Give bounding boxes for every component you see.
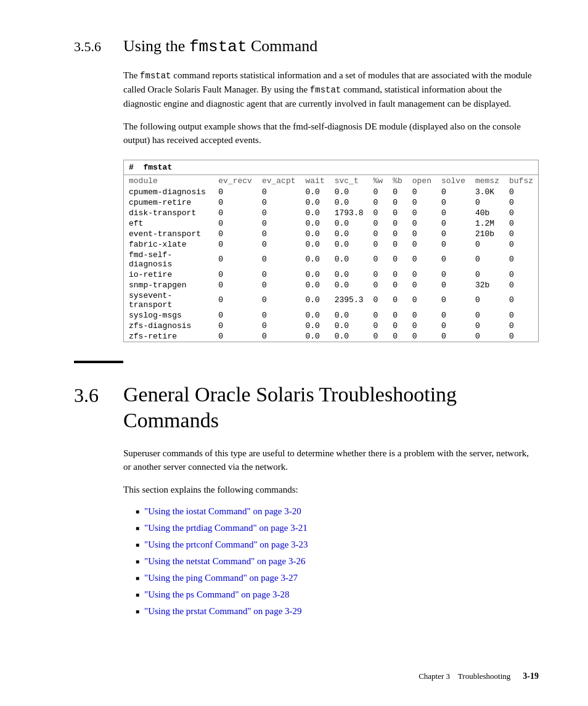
list-item: ■"Using the netstat Command" on page 3-2… <box>136 555 539 568</box>
table-cell: 0 <box>257 331 301 342</box>
bullet-link[interactable]: "Using the prtconf Command" on page 3-23 <box>144 538 308 551</box>
bullet-icon: ■ <box>136 507 139 516</box>
table-cell: 0 <box>470 321 504 331</box>
bullet-link[interactable]: "Using the netstat Command" on page 3-26 <box>144 555 305 568</box>
table-row: zfs-diagnosis000.00.0000000 <box>124 321 538 331</box>
table-row: snmp-trapgen000.00.0000032b0 <box>124 280 538 290</box>
table-row: io-retire000.00.0000000 <box>124 269 538 280</box>
table-row: sysevent-transport000.02395.3000000 <box>124 290 538 310</box>
table-cell: 0.0 <box>300 331 329 342</box>
table-cell: 0.0 <box>300 280 329 290</box>
table-cell: 0 <box>388 239 407 250</box>
section-36-title: General Oracle Solaris Troubleshooting C… <box>123 382 539 434</box>
table-cell: 0 <box>504 208 538 218</box>
section-356-title-code: fmstat <box>189 38 247 56</box>
col-open: open <box>407 174 436 187</box>
table-cell: 0.0 <box>330 239 369 250</box>
col-wait: wait <box>300 174 329 187</box>
list-item: ■"Using the ps Command" on page 3-28 <box>136 588 539 601</box>
table-cell: 0 <box>504 229 538 239</box>
col-solve: solve <box>436 174 470 187</box>
table-row: cpumem-retire000.00.0000000 <box>124 197 538 208</box>
table-cell: 0.0 <box>300 321 329 331</box>
table-cell: eft <box>124 218 213 229</box>
section-356: 3.5.6 Using the fmstat Command The fmsta… <box>74 37 539 342</box>
table-row: zfs-retire000.00.0000000 <box>124 331 538 342</box>
table-cell: 0 <box>407 331 436 342</box>
table-cell: 0 <box>407 310 436 321</box>
table-cell: 0 <box>388 310 407 321</box>
col-module: module <box>124 174 213 187</box>
table-cell: 0.0 <box>300 269 329 280</box>
table-cell: 0 <box>504 218 538 229</box>
bullet-icon: ■ <box>136 557 139 566</box>
table-cell: 0 <box>407 290 436 310</box>
table-cell: 0 <box>369 218 388 229</box>
bullet-link[interactable]: "Using the ping Command" on page 3-27 <box>144 572 298 585</box>
bullet-link[interactable]: "Using the prstat Command" on page 3-29 <box>144 605 302 618</box>
table-cell: 2395.3 <box>330 290 369 310</box>
table-cell: 0 <box>369 250 388 269</box>
col-memsz: memsz <box>470 174 504 187</box>
table-cell: 0 <box>407 208 436 218</box>
table-cell: 0 <box>213 197 257 208</box>
table-cell: 0.0 <box>330 218 369 229</box>
table-cell: 0 <box>504 290 538 310</box>
table-cell: 0 <box>257 250 301 269</box>
fmstat-code-1: fmstat <box>140 71 171 81</box>
list-item: ■"Using the iostat Command" on page 3-20 <box>136 505 539 518</box>
table-cell: 0 <box>470 269 504 280</box>
section-356-number: 3.5.6 <box>74 39 111 55</box>
table-cell: 0 <box>388 280 407 290</box>
table-cell: 0.0 <box>330 197 369 208</box>
table-cell: io-retire <box>124 269 213 280</box>
table-cell: 0 <box>369 321 388 331</box>
table-cell: 0 <box>257 321 301 331</box>
table-row: fmd-self-diagnosis000.00.0000000 <box>124 250 538 269</box>
table-cell: 0 <box>504 310 538 321</box>
table-cell: 0 <box>436 321 470 331</box>
section-36-para2: This section explains the following comm… <box>123 483 539 497</box>
table-cell: zfs-diagnosis <box>124 321 213 331</box>
table-cell: 0 <box>257 208 301 218</box>
table-cell: 0 <box>470 290 504 310</box>
bullet-link[interactable]: "Using the iostat Command" on page 3-20 <box>144 505 301 518</box>
section-356-para1: The fmstat command reports statistical i… <box>123 68 539 111</box>
list-item: ■"Using the ping Command" on page 3-27 <box>136 572 539 585</box>
fmstat-command-table: # fmstat module ev_recv ev_acpt wait svc… <box>124 160 538 342</box>
table-cell: 0 <box>257 310 301 321</box>
table-cell: sysevent-transport <box>124 290 213 310</box>
table-cell: 0 <box>257 229 301 239</box>
table-command-header: # fmstat <box>124 160 538 175</box>
table-cell: 0 <box>407 187 436 197</box>
table-cell: 0 <box>388 187 407 197</box>
table-cell: 40b <box>470 208 504 218</box>
bullet-link[interactable]: "Using the prtdiag Command" on page 3-21 <box>144 522 308 535</box>
table-cell: 0 <box>504 269 538 280</box>
col-ev-acpt: ev_acpt <box>257 174 301 187</box>
table-cell: 0 <box>436 239 470 250</box>
table-cell: 0 <box>257 269 301 280</box>
table-cell: 0.0 <box>330 280 369 290</box>
table-cell: 0 <box>388 218 407 229</box>
section-36-bullet-list: ■"Using the iostat Command" on page 3-20… <box>136 505 539 618</box>
table-cell: 0 <box>213 208 257 218</box>
table-cell: 0 <box>369 239 388 250</box>
table-cell: 0 <box>470 239 504 250</box>
table-cell: 0 <box>213 290 257 310</box>
table-row: cpumem-diagnosis000.00.000003.0K0 <box>124 187 538 197</box>
bullet-link[interactable]: "Using the ps Command" on page 3-28 <box>144 588 290 601</box>
table-cell: 0.0 <box>300 310 329 321</box>
bullet-icon: ■ <box>136 591 139 599</box>
section-356-para2: The following output example shows that … <box>123 120 539 147</box>
table-cell: 0 <box>213 187 257 197</box>
table-cell: 0 <box>257 239 301 250</box>
table-cell: 0 <box>213 218 257 229</box>
table-cell: 0 <box>436 197 470 208</box>
table-cell: 0 <box>436 310 470 321</box>
table-cell: 0 <box>213 229 257 239</box>
table-cell: 0.0 <box>330 269 369 280</box>
table-cell: 0 <box>388 250 407 269</box>
table-cell: 0 <box>470 250 504 269</box>
section-36: 3.6 General Oracle Solaris Troubleshooti… <box>74 382 539 618</box>
